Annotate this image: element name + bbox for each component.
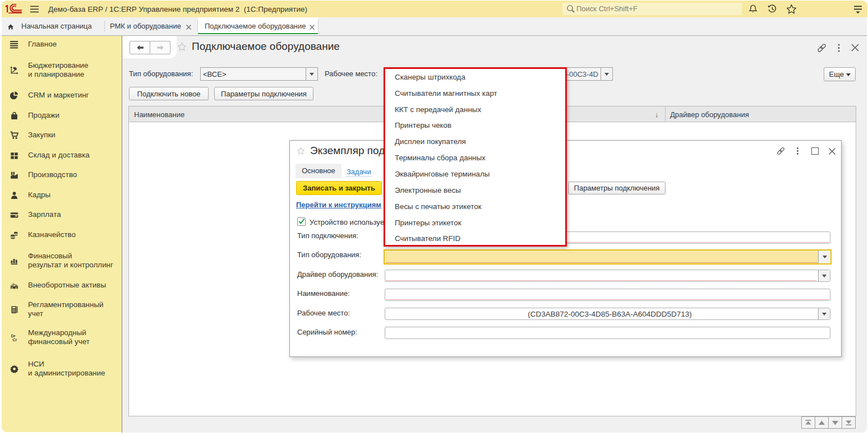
svg-text:Cr: Cr [12,338,17,342]
